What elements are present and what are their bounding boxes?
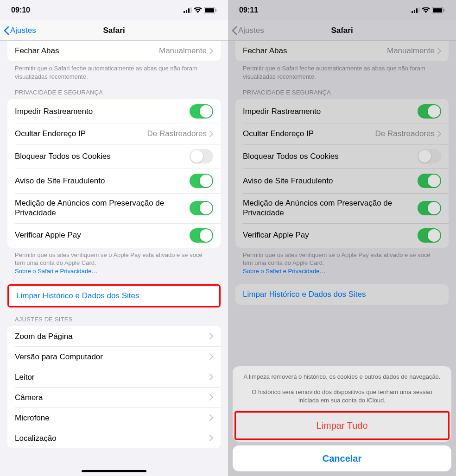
desktop-version-cell[interactable]: Versão para Computador (7, 346, 221, 367)
svg-rect-10 (418, 7, 420, 13)
fraud-warning-switch (418, 174, 441, 188)
close-tabs-group: Fechar Abas Manualmente (7, 41, 221, 61)
prevent-tracking-cell: Impedir Rastreamento (235, 99, 449, 124)
nav-title: Safari (331, 26, 353, 35)
location-label: Localização (15, 433, 209, 443)
apple-pay-footer: Permitir que os sites verifiquem se o Ap… (228, 248, 456, 276)
svg-rect-6 (215, 9, 216, 12)
cancel-label: Cancelar (323, 453, 362, 464)
chevron-left-icon (232, 26, 237, 35)
cancel-button[interactable]: Cancelar (233, 445, 451, 471)
chevron-left-icon (4, 26, 9, 35)
clear-history-label: Limpar Histórico e Dados dos Sites (243, 290, 366, 299)
svg-rect-0 (184, 11, 185, 13)
clear-all-label: Limpar Tudo (316, 420, 367, 431)
home-indicator[interactable] (82, 470, 146, 472)
clear-history-button: Limpar Histórico e Dados dos Sites (235, 284, 449, 305)
close-tabs-label: Fechar Abas (243, 46, 387, 56)
svg-rect-3 (190, 7, 192, 13)
microphone-cell[interactable]: Microfone (7, 407, 221, 428)
battery-icon (432, 7, 445, 13)
reader-cell[interactable]: Leitor (7, 367, 221, 387)
page-zoom-label: Zoom da Página (15, 332, 209, 341)
clear-all-button[interactable]: Limpar Tudo (236, 413, 448, 438)
block-cookies-switch (418, 149, 441, 163)
privacy-link: Sobre o Safari e Privacidade… (243, 268, 325, 275)
cellular-icon (412, 7, 420, 13)
block-cookies-cell[interactable]: Bloquear Todos os Cookies (7, 144, 221, 169)
prevent-tracking-label: Impedir Rastreamento (243, 106, 418, 116)
svg-rect-8 (414, 10, 415, 13)
svg-rect-5 (205, 8, 214, 13)
ad-measurement-label: Medição de Anúncios com Preservação de P… (243, 198, 418, 218)
page-zoom-cell[interactable]: Zoom da Página (7, 326, 221, 346)
privacy-link[interactable]: Sobre o Safari e Privacidade… (15, 268, 97, 275)
fraud-warning-switch[interactable] (190, 174, 213, 188)
clear-all-highlight: Limpar Tudo (234, 411, 450, 440)
clear-history-button[interactable]: Limpar Histórico e Dados dos Sites (9, 286, 219, 306)
fraud-warning-cell[interactable]: Aviso de Site Fraudulento (7, 169, 221, 193)
phone-screen-right: 09:11 Ajustes Safari Fechar Abas Manualm… (228, 0, 456, 476)
hide-ip-value: De Rastreadores (147, 129, 207, 138)
ad-measurement-cell: Medição de Anúncios com Preservação de P… (235, 193, 449, 223)
svg-rect-12 (433, 8, 442, 13)
verify-apple-pay-switch (418, 228, 441, 243)
settings-content: Fechar Abas Manualmente Permitir que o S… (0, 41, 228, 467)
block-cookies-cell: Bloquear Todos os Cookies (235, 144, 449, 169)
action-sheet: A limpeza removerá o histórico, os cooki… (233, 366, 451, 471)
location-cell[interactable]: Localização (7, 428, 221, 448)
status-bar: 09:11 (228, 0, 456, 20)
close-tabs-footer: Permitir que o Safari feche automaticame… (0, 61, 228, 81)
ad-measurement-cell[interactable]: Medição de Anúncios com Preservação de P… (7, 193, 221, 223)
battery-icon (204, 7, 217, 13)
chevron-right-icon (437, 131, 441, 137)
cellular-icon (184, 7, 192, 13)
apple-pay-footer-text: Permitir que os sites verifiquem se o Ap… (243, 251, 431, 267)
ad-measurement-switch[interactable] (190, 201, 213, 215)
verify-apple-pay-switch[interactable] (190, 228, 213, 243)
back-button: Ajustes (228, 26, 264, 35)
hide-ip-label: Ocultar Endereço IP (15, 129, 147, 138)
wifi-icon (194, 7, 202, 13)
apple-pay-footer: Permitir que os sites verifiquem se o Ap… (0, 248, 228, 276)
svg-rect-9 (416, 8, 418, 13)
back-button[interactable]: Ajustes (0, 26, 36, 35)
close-tabs-group: Fechar Abas Manualmente (235, 41, 449, 61)
clear-history-group: Limpar Histórico e Dados dos Sites (235, 284, 449, 305)
block-cookies-label: Bloquear Todos os Cookies (15, 151, 190, 161)
camera-cell[interactable]: Câmera (7, 387, 221, 407)
nav-title: Safari (103, 26, 125, 35)
privacy-group: Impedir Rastreamento Ocultar Endereço IP… (235, 99, 449, 248)
close-tabs-cell[interactable]: Fechar Abas Manualmente (7, 41, 221, 61)
svg-rect-2 (188, 8, 190, 13)
back-label: Ajustes (10, 26, 36, 35)
chevron-right-icon (209, 414, 213, 421)
verify-apple-pay-cell: Verificar Apple Pay (235, 223, 449, 248)
hide-ip-cell: Ocultar Endereço IP De Rastreadores (235, 124, 449, 144)
action-sheet-message-1: A limpeza removerá o histórico, os cooki… (233, 366, 451, 388)
sites-group: Zoom da Página Versão para Computador Le… (7, 326, 221, 448)
prevent-tracking-cell[interactable]: Impedir Rastreamento (7, 99, 221, 124)
prevent-tracking-label: Impedir Rastreamento (15, 106, 190, 116)
prevent-tracking-switch (418, 104, 441, 119)
hide-ip-label: Ocultar Endereço IP (243, 129, 375, 138)
svg-rect-1 (186, 10, 187, 13)
back-label: Ajustes (238, 26, 264, 35)
camera-label: Câmera (15, 393, 209, 402)
close-tabs-value: Manualmente (159, 46, 207, 56)
wifi-icon (422, 7, 430, 13)
hide-ip-cell[interactable]: Ocultar Endereço IP De Rastreadores (7, 124, 221, 144)
chevron-right-icon (209, 48, 213, 54)
close-tabs-footer: Permitir que o Safari feche automaticame… (228, 61, 456, 81)
block-cookies-switch[interactable] (190, 149, 213, 163)
privacy-header: PRIVACIDADE E SEGURANÇA (228, 81, 456, 99)
status-indicators (412, 7, 445, 13)
prevent-tracking-switch[interactable] (190, 104, 213, 119)
chevron-right-icon (209, 374, 213, 380)
phone-screen-left: 09:10 Ajustes Safari Fechar Abas Manualm… (0, 0, 228, 476)
apple-pay-footer-text: Permitir que os sites verifiquem se o Ap… (15, 251, 203, 267)
ad-measurement-label: Medição de Anúncios com Preservação de P… (15, 198, 190, 218)
action-sheet-message-2: O histórico será removido dos dispositiv… (233, 388, 451, 411)
verify-apple-pay-cell[interactable]: Verificar Apple Pay (7, 223, 221, 248)
close-tabs-value: Manualmente (387, 46, 435, 56)
